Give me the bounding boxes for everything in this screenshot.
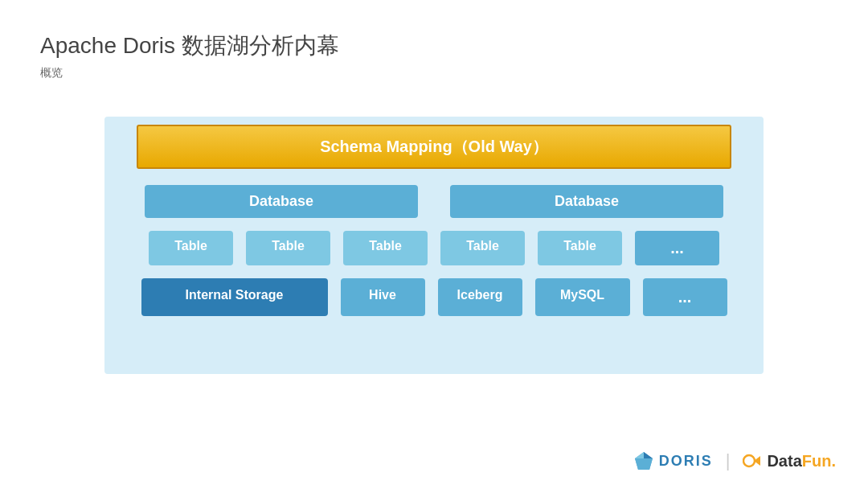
logo-area: DORIS | DataFun.: [633, 450, 836, 471]
source-iceberg: Iceberg: [438, 278, 522, 316]
doris-logo: DORIS: [633, 450, 713, 471]
table-block-4: Table: [440, 231, 525, 265]
svg-marker-1: [644, 452, 653, 458]
source-hive: Hive: [341, 278, 425, 316]
source-mysql: MySQL: [535, 278, 630, 316]
svg-marker-5: [754, 456, 760, 466]
tables-row: Table Table Table Table Table ...: [113, 231, 755, 265]
logo-separator: |: [726, 450, 731, 471]
datafun-icon: [743, 452, 765, 470]
diagram-container: Schema Mapping（Old Way） Database Databas…: [104, 117, 764, 374]
database-right: Database: [450, 185, 723, 218]
sources-row: Internal Storage Hive Iceberg MySQL ...: [113, 278, 755, 316]
svg-marker-2: [635, 458, 653, 470]
table-block-1: Table: [149, 231, 233, 265]
source-dots: ...: [643, 278, 727, 316]
table-block-5: Table: [538, 231, 622, 265]
table-block-dots: ...: [635, 231, 719, 265]
datafun-text: DataFun.: [767, 452, 836, 471]
source-internal-storage: Internal Storage: [141, 278, 328, 316]
table-block-3: Table: [343, 231, 428, 265]
datafun-logo: DataFun.: [743, 452, 836, 471]
databases-row: Database Database: [113, 185, 755, 218]
doris-text: DORIS: [659, 453, 713, 470]
table-block-2: Table: [246, 231, 330, 265]
database-left: Database: [145, 185, 418, 218]
page-title: Apache Doris 数据湖分析内幕: [40, 31, 339, 61]
doris-icon: [633, 450, 654, 471]
page-subtitle: 概览: [40, 66, 63, 80]
schema-mapping-bar: Schema Mapping（Old Way）: [137, 125, 731, 169]
svg-point-4: [743, 455, 755, 466]
svg-marker-3: [635, 452, 644, 458]
